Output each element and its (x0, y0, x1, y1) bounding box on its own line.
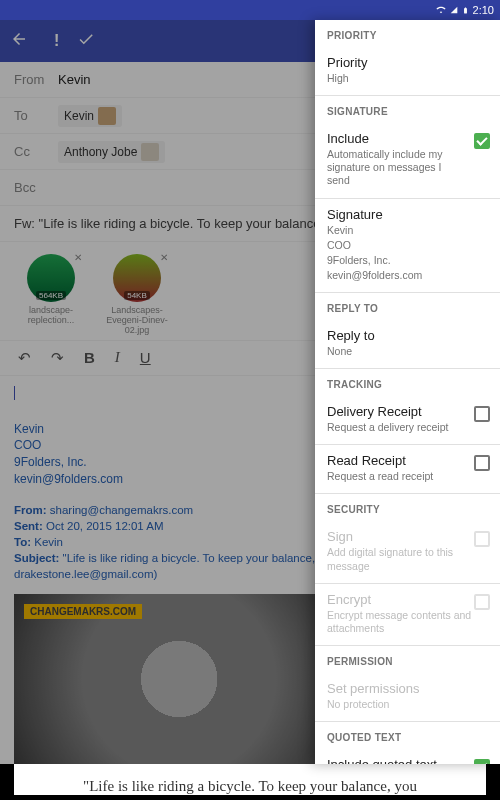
checkbox-icon[interactable] (474, 133, 490, 149)
options-drawer: PRIORITY Priority High SIGNATURE Include… (315, 20, 500, 764)
priority-option[interactable]: Priority High (315, 47, 500, 95)
permissions-option: Set permissions No protection (315, 673, 500, 721)
wifi-icon (436, 5, 446, 15)
clock: 2:10 (473, 4, 494, 16)
delivery-receipt-option[interactable]: Delivery Receipt Request a delivery rece… (315, 396, 500, 444)
include-signature-option[interactable]: Include Automatically include my signatu… (315, 123, 500, 197)
checkbox-icon (474, 594, 490, 610)
checkbox-icon[interactable] (474, 406, 490, 422)
reply-to-option[interactable]: Reply to None (315, 320, 500, 368)
sign-option: Sign Add digital signature to this messa… (315, 521, 500, 582)
encrypt-option: Encrypt Encrypt message contents and att… (315, 584, 500, 645)
battery-icon (462, 5, 469, 16)
checkbox-icon[interactable] (474, 455, 490, 471)
signature-option[interactable]: Signature Kevin COO 9Folders, Inc. kevin… (315, 199, 500, 293)
signal-icon (450, 5, 458, 15)
checkbox-icon[interactable] (474, 759, 490, 764)
quote-text: "Life is like riding a bicycle. To keep … (14, 764, 486, 795)
quoted-text-option[interactable]: Include quoted text (315, 749, 500, 764)
status-bar: 2:10 (0, 0, 500, 20)
checkbox-icon (474, 531, 490, 547)
read-receipt-option[interactable]: Read Receipt Request a read receipt (315, 445, 500, 493)
